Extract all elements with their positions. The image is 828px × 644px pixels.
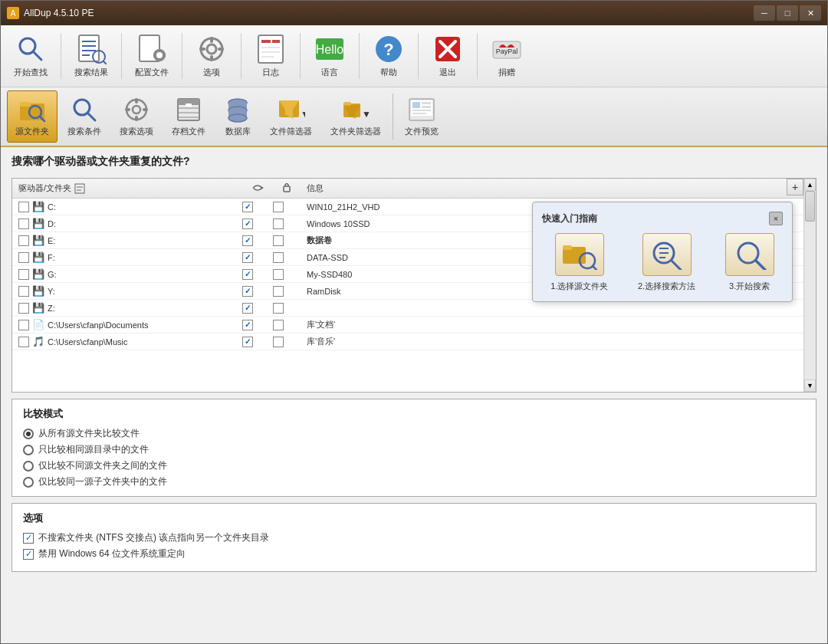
log-button[interactable]: 日志 [248, 28, 294, 84]
scroll-down-button[interactable]: ▼ [804, 380, 816, 392]
config-file-button[interactable]: 配置文件 [128, 28, 176, 84]
source-folder-label: 源文件夹 [15, 126, 49, 137]
search-results-button[interactable]: 搜索结果 [67, 28, 115, 84]
row-path-d: 💾 D: [12, 218, 242, 229]
source-folder-icon [18, 96, 46, 123]
donate-button[interactable]: PayPal 捐赠 [484, 28, 530, 84]
vertical-scrollbar[interactable]: ▲ ▼ [803, 179, 816, 392]
quick-guide-close-button[interactable]: × [769, 212, 783, 225]
guide-step-1[interactable]: 1.选择源文件夹 [550, 233, 608, 292]
lock-check-g[interactable] [273, 269, 284, 280]
option-checkbox-1[interactable]: ✓ 禁用 Windows 64 位文件系统重定向 [23, 547, 805, 560]
config-label: 配置文件 [135, 67, 169, 78]
row-check-c[interactable] [18, 202, 29, 212]
svg-rect-20 [199, 48, 205, 51]
quick-guide-title: 快速入门指南 [542, 212, 597, 225]
recur-check-z[interactable]: ✓ [242, 303, 253, 314]
lock-check-f[interactable] [273, 252, 284, 263]
svg-rect-46 [135, 116, 138, 121]
minimize-button[interactable]: ─ [754, 5, 775, 21]
svg-rect-45 [135, 98, 138, 104]
row-check-docs[interactable] [18, 320, 29, 330]
file-preview-button[interactable]: 文件预览 [396, 90, 447, 143]
recur-check-d[interactable]: ✓ [242, 219, 253, 229]
recur-check-y[interactable]: ✓ [242, 286, 253, 297]
row-path-e: 💾 E: [12, 235, 242, 246]
language-icon: Hello [314, 34, 345, 64]
file-table-header: 驱动器/文件夹 [12, 179, 816, 199]
guide-step-3[interactable]: 3.开始搜索 [725, 233, 774, 292]
radio-dot-0 [26, 432, 31, 436]
archive-file-button[interactable]: 存档文件 [163, 90, 214, 143]
close-button[interactable]: ✕ [800, 5, 821, 21]
svg-text:PayPal: PayPal [496, 48, 518, 55]
exit-button[interactable]: 退出 [425, 28, 471, 84]
compare-option-0[interactable]: 从所有源文件夹比较文件 [23, 427, 805, 440]
database-icon [224, 96, 251, 123]
lock-check-e[interactable] [273, 235, 284, 246]
lock-check-z[interactable] [273, 303, 284, 314]
svg-text:Hello: Hello [316, 43, 344, 56]
row-check-music[interactable] [18, 337, 29, 347]
table-row: 💾 Z: ✓ [12, 300, 816, 317]
scroll-up-button[interactable]: ▲ [804, 179, 816, 191]
lock-check-music[interactable] [273, 337, 284, 347]
help-button[interactable]: ? 帮助 [366, 28, 412, 84]
guide-step-2[interactable]: 2.选择搜索方法 [638, 233, 695, 292]
row-check-d[interactable] [18, 219, 29, 229]
folder-filter-button[interactable]: ▼ 文件夹筛选器 [322, 90, 389, 143]
recur-check-music[interactable]: ✓ [242, 337, 253, 347]
add-folder-button[interactable]: + [787, 179, 803, 196]
recur-check-docs[interactable]: ✓ [242, 320, 253, 330]
svg-rect-24 [272, 40, 280, 43]
options-button[interactable]: 选项 [189, 28, 235, 84]
quick-guide-popup: 快速入门指南 × 1.选择源文件夹 [532, 202, 793, 302]
source-folder-button[interactable]: 源文件夹 [7, 90, 58, 143]
search-results-icon [76, 34, 107, 64]
file-filter-button[interactable]: ▼ 文件筛选器 [261, 90, 320, 143]
svg-rect-13 [158, 58, 161, 61]
lock-check-c[interactable] [273, 202, 284, 212]
app-window: A AllDup 4.5.10 PE ─ □ ✕ 开始查找 [0, 0, 828, 644]
language-button[interactable]: Hello 语言 [307, 28, 353, 84]
radio-circle-0 [23, 429, 34, 439]
drive-name-d: D: [48, 219, 56, 228]
maximize-button[interactable]: □ [777, 5, 798, 21]
search-options-button[interactable]: 搜索选项 [111, 90, 162, 143]
recur-check-f[interactable]: ✓ [242, 252, 253, 263]
drive-icon-d: 💾 [32, 218, 44, 229]
recur-check-g[interactable]: ✓ [242, 269, 253, 280]
info-docs: 库'文档' [301, 319, 816, 330]
option-checkbox-0[interactable]: ✓ 不搜索文件夹 (NTFS 交接点) 该点指向另一个文件夹目录 [23, 531, 805, 544]
search-results-label: 搜索结果 [74, 67, 108, 78]
row-check-y[interactable] [18, 286, 29, 297]
svg-rect-21 [218, 48, 224, 51]
table-row: 📄 C:\Users\cfanp\Documents ✓ 库'文档' [12, 317, 816, 334]
title-bar-left: A AllDup 4.5.10 PE [7, 7, 94, 19]
drive-icon-y: 💾 [32, 285, 44, 297]
search-criteria-button[interactable]: 搜索条件 [59, 90, 110, 143]
recur-c: ✓ [242, 202, 273, 212]
recur-check-e[interactable]: ✓ [242, 235, 253, 246]
language-label: 语言 [321, 67, 338, 78]
database-button[interactable]: 数据库 [215, 90, 260, 143]
drive-name-c: C: [48, 202, 56, 212]
lock-check-y[interactable] [273, 286, 284, 297]
compare-option-1[interactable]: 只比较相同源目录中的文件 [23, 443, 805, 456]
log-icon [255, 34, 286, 64]
compare-option-3[interactable]: 仅比较同一源子文件夹中的文件 [23, 475, 805, 488]
recur-check-c[interactable]: ✓ [242, 202, 253, 212]
col-path-label: 驱动器/文件夹 [18, 182, 71, 194]
row-check-z[interactable] [18, 303, 29, 314]
lock-check-docs[interactable] [273, 320, 284, 330]
sort-icon [74, 183, 85, 194]
row-check-e[interactable] [18, 235, 29, 246]
row-check-g[interactable] [18, 269, 29, 280]
start-search-button[interactable]: 开始查找 [7, 28, 54, 84]
compare-option-2[interactable]: 仅比较不同源文件夹之间的文件 [23, 459, 805, 472]
main-toolbar: 开始查找 搜索结果 [1, 25, 827, 87]
row-check-f[interactable] [18, 252, 29, 263]
lock-check-d[interactable] [273, 219, 284, 229]
scroll-thumb[interactable] [805, 191, 815, 222]
database-label: 数据库 [225, 126, 251, 137]
